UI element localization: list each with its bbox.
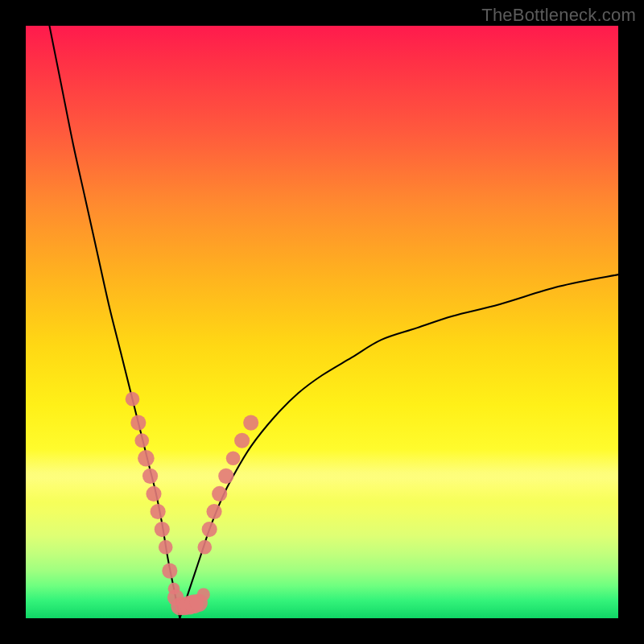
dot — [159, 540, 173, 555]
chart-frame: TheBottleneck.com — [0, 0, 644, 644]
watermark-text: TheBottleneck.com — [481, 5, 636, 26]
dot — [197, 540, 212, 555]
dot — [197, 588, 210, 601]
dot — [126, 392, 140, 407]
dot — [212, 486, 227, 502]
dot — [218, 469, 233, 484]
dot — [151, 504, 166, 519]
dot — [162, 564, 177, 579]
dot — [206, 504, 221, 519]
dot — [130, 415, 146, 431]
dot — [234, 433, 250, 448]
curve-svg — [26, 26, 618, 618]
dot — [202, 522, 217, 537]
dot — [155, 522, 170, 537]
dot — [243, 415, 258, 431]
dot — [138, 450, 155, 467]
dot — [146, 486, 161, 502]
plot-area — [26, 26, 618, 618]
dot — [226, 451, 241, 465]
dot — [142, 469, 158, 484]
dot — [134, 433, 149, 448]
